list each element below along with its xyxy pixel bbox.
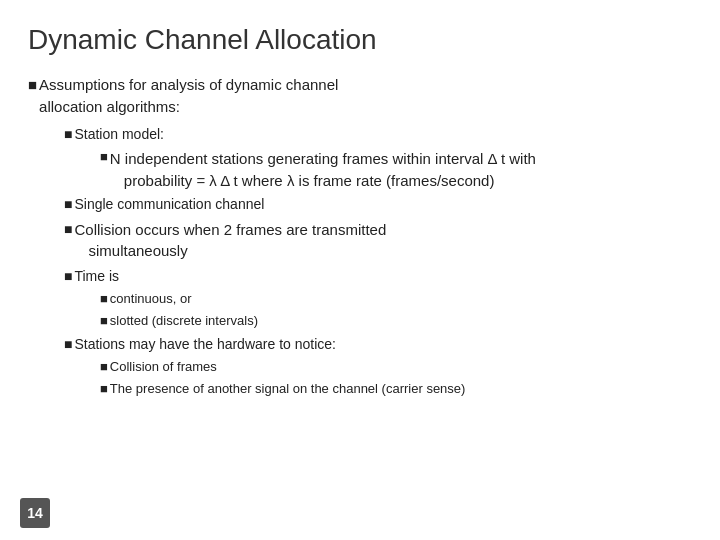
assumptions-line2: allocation algorithms: bbox=[39, 98, 180, 115]
bullet-marker: ■ bbox=[100, 148, 108, 167]
bullet-marker: ■ bbox=[100, 312, 108, 331]
bullet-marker: ■ bbox=[64, 124, 72, 144]
list-item: ■ The presence of another signal on the … bbox=[100, 380, 692, 399]
bullet-marker: ■ bbox=[64, 334, 72, 354]
bullet-marker: ■ bbox=[64, 266, 72, 286]
list-item: ■ Time is bbox=[64, 266, 692, 286]
list-item: ■ N independent stations generating fram… bbox=[100, 148, 692, 192]
list-item: ■ Single communication channel bbox=[64, 194, 692, 214]
n-independent-text: N independent stations generating frames… bbox=[110, 148, 536, 192]
slide: Dynamic Channel Allocation ■ Assumptions… bbox=[0, 0, 720, 540]
time-is-text: Time is bbox=[74, 266, 119, 286]
bullet-marker: ■ bbox=[64, 194, 72, 214]
list-item: ■ slotted (discrete intervals) bbox=[100, 312, 692, 331]
bullet-text: Assumptions for analysis of dynamic chan… bbox=[39, 74, 338, 118]
presence-signal-text: The presence of another signal on the ch… bbox=[110, 380, 466, 399]
bullet-marker: ■ bbox=[100, 290, 108, 309]
list-item: ■ Stations may have the hardware to noti… bbox=[64, 334, 692, 354]
station-model-text: Station model: bbox=[74, 124, 164, 144]
list-item: ■ Assumptions for analysis of dynamic ch… bbox=[28, 74, 692, 118]
collision-frames-text: Collision of frames bbox=[110, 358, 217, 377]
continuous-text: continuous, or bbox=[110, 290, 192, 309]
bullet-marker: ■ bbox=[100, 380, 108, 399]
single-channel-text: Single communication channel bbox=[74, 194, 264, 214]
collision-text: Collision occurs when 2 frames are trans… bbox=[74, 219, 386, 263]
list-item: ■ Station model: bbox=[64, 124, 692, 144]
slide-content: ■ Assumptions for analysis of dynamic ch… bbox=[28, 74, 692, 399]
bullet-marker: ■ bbox=[64, 219, 72, 239]
list-item: ■ continuous, or bbox=[100, 290, 692, 309]
slotted-text: slotted (discrete intervals) bbox=[110, 312, 258, 331]
list-item: ■ Collision occurs when 2 frames are tra… bbox=[64, 219, 692, 263]
list-item: ■ Collision of frames bbox=[100, 358, 692, 377]
stations-notice-text: Stations may have the hardware to notice… bbox=[74, 334, 335, 354]
bullet-marker: ■ bbox=[100, 358, 108, 377]
slide-title: Dynamic Channel Allocation bbox=[28, 24, 692, 56]
assumptions-line1: Assumptions for analysis of dynamic chan… bbox=[39, 76, 338, 93]
bullet-marker: ■ bbox=[28, 74, 37, 96]
slide-number: 14 bbox=[20, 498, 50, 528]
